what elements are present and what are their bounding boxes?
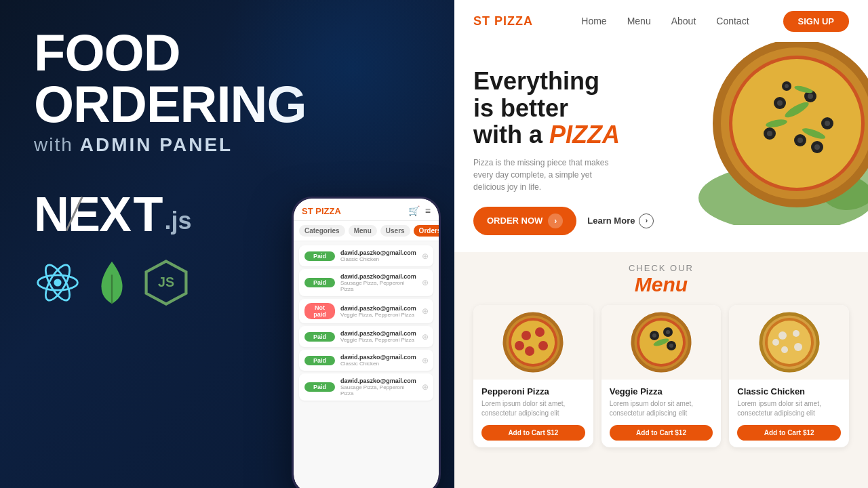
learn-more-button[interactable]: Learn More ›: [587, 214, 654, 228]
hero-title-with-a: with a: [473, 121, 542, 148]
tab-menu[interactable]: Menu: [349, 225, 377, 237]
order-info: dawid.paszko@gmail.com Sausage Pizza, Pe…: [340, 378, 416, 396]
order-info: dawid.paszko@gmail.com Veggie Pizza, Pep…: [340, 305, 416, 318]
mobile-inner: ST PIZZA 🛒 ≡ Categories Menu Users Order…: [294, 199, 439, 488]
add-to-cart-button[interactable]: Add to Cart $12: [481, 425, 585, 441]
order-arrow-icon: ⊕: [422, 332, 429, 342]
mobile-order-item[interactable]: Paid dawid.paszko@gmail.com Veggie Pizza…: [299, 326, 433, 347]
order-status-badge: Not paid: [304, 303, 335, 319]
hero-title-is-better: is better: [473, 94, 568, 122]
hero-text-block: Everything is better with a PIZZA Pizza …: [473, 61, 849, 235]
svg-point-0: [54, 279, 61, 286]
order-arrow-icon: ⊕: [422, 356, 429, 365]
js-suffix: .js: [164, 207, 191, 235]
svg-point-36: [538, 341, 548, 350]
subtitle-row: with ADMIN PANEL: [34, 134, 420, 156]
menu-card: Classic Chicken Lorem ipsum dolor sit am…: [729, 305, 849, 447]
learn-more-label: Learn More: [587, 216, 635, 226]
order-items: Sausage Pizza, Pepperoni Pizza: [340, 280, 416, 292]
hero-title: Everything is better with a PIZZA: [473, 68, 849, 148]
signup-button[interactable]: SIGN UP: [783, 11, 849, 32]
menu-cards-row: Pepperoni Pizza Lorem ipsum dolor sit am…: [473, 305, 849, 447]
mobile-order-item[interactable]: Paid dawid.paszko@gmail.com Classic Chic…: [299, 350, 433, 371]
order-items: Classic Chicken: [340, 361, 416, 367]
svg-point-54: [778, 331, 787, 340]
svg-point-48: [669, 344, 673, 348]
svg-point-34: [521, 331, 531, 340]
react-icon: [34, 259, 81, 306]
order-email: dawid.paszko@gmail.com: [340, 305, 416, 312]
mongodb-icon: [95, 259, 129, 306]
subtitle-with: with: [34, 134, 73, 156]
order-email: dawid.paszko@gmail.com: [340, 354, 416, 361]
order-arrow-icon: ⊕: [422, 382, 429, 392]
svg-point-35: [535, 327, 545, 337]
order-items: Veggie Pizza, Pepperoni Pizza: [340, 337, 416, 343]
mobile-order-item[interactable]: Paid dawid.paszko@gmail.com Sausage Pizz…: [299, 373, 433, 401]
nav-menu[interactable]: Menu: [627, 16, 651, 26]
nav-about[interactable]: About: [671, 16, 696, 26]
order-arrow-icon: ⊕: [422, 251, 429, 261]
mobile-order-item[interactable]: Paid dawid.paszko@gmail.com Classic Chic…: [299, 245, 433, 266]
menu-card: Veggie Pizza Lorem ipsum dolor sit amet,…: [601, 305, 722, 447]
menu-card-desc: Lorem ipsum dolor sit amet, consectetur …: [481, 399, 585, 418]
mobile-header: ST PIZZA 🛒 ≡: [294, 199, 439, 221]
nav-links: Home Menu About Contact SIGN UP: [581, 11, 849, 32]
menu-card-desc: Lorem ipsum dolor sit amet, consectetur …: [610, 399, 713, 418]
mobile-header-icons: 🛒 ≡: [408, 205, 431, 216]
order-arrow-icon: ⊕: [422, 306, 429, 316]
tab-orders[interactable]: Orders: [414, 225, 439, 237]
menu-card: Pepperoni Pizza Lorem ipsum dolor sit am…: [473, 305, 593, 447]
check-our-label: CHECK OUR: [473, 263, 849, 273]
order-email: dawid.paszko@gmail.com: [340, 273, 416, 280]
mobile-order-item[interactable]: Paid dawid.paszko@gmail.com Sausage Pizz…: [299, 269, 433, 296]
mobile-brand: ST PIZZA: [302, 206, 341, 216]
add-to-cart-button[interactable]: Add to Cart $12: [737, 425, 841, 441]
order-info: dawid.paszko@gmail.com Classic Chicken: [340, 354, 416, 367]
order-email: dawid.paszko@gmail.com: [340, 249, 416, 256]
menu-card-image: [729, 305, 849, 380]
left-panel: FOOD ORDERING with ADMIN PANEL NEX T .js: [0, 0, 454, 488]
svg-point-37: [525, 346, 534, 356]
add-to-cart-button[interactable]: Add to Cart $12: [610, 425, 713, 441]
menu-card-desc: Lorem ipsum dolor sit amet, consectetur …: [737, 399, 841, 418]
svg-point-46: [666, 330, 670, 334]
svg-text:JS: JS: [158, 274, 174, 289]
menu-card-body: Classic Chicken Lorem ipsum dolor sit am…: [729, 380, 849, 447]
mobile-order-item[interactable]: Not paid dawid.paszko@gmail.com Veggie P…: [299, 299, 433, 323]
next-t: T: [134, 187, 162, 241]
menu-card-image: [473, 305, 593, 380]
order-now-button[interactable]: ORDER NOW ›: [473, 207, 576, 235]
menu-icon: ≡: [425, 205, 431, 216]
svg-point-38: [515, 341, 524, 350]
mobile-tabs: Categories Menu Users Orders: [294, 221, 439, 241]
hero-title-pizza: PIZZA: [549, 121, 620, 148]
next-logo-container: NEX T: [34, 190, 161, 239]
tab-categories[interactable]: Categories: [299, 225, 345, 237]
main-title-block: FOOD ORDERING with ADMIN PANEL: [34, 27, 420, 156]
nav-contact[interactable]: Contact: [716, 16, 749, 26]
order-info: dawid.paszko@gmail.com Veggie Pizza, Pep…: [340, 330, 416, 343]
hero-title-everything: Everything: [473, 67, 599, 95]
hero-description: Pizza is the missing piece that makes ev…: [473, 157, 623, 193]
svg-point-57: [781, 346, 788, 353]
order-status-badge: Paid: [304, 382, 335, 392]
svg-point-58: [772, 339, 779, 346]
cart-icon: 🛒: [408, 205, 420, 216]
order-items: Sausage Pizza, Pepperoni Pizza: [340, 384, 416, 396]
svg-point-55: [793, 330, 800, 337]
menu-card-title: Pepperoni Pizza: [481, 386, 585, 396]
menu-section: CHECK OUR Menu Pepperoni Pizza Lorem ips…: [454, 252, 868, 488]
menu-word-label: Menu: [473, 273, 849, 296]
next-text: NEX: [34, 187, 130, 241]
order-status-badge: Paid: [304, 251, 335, 261]
title-ordering: ORDERING: [34, 79, 420, 130]
order-arrow-icon: ⊕: [422, 278, 429, 287]
menu-card-image: [601, 305, 722, 380]
tab-users[interactable]: Users: [380, 225, 410, 237]
order-email: dawid.paszko@gmail.com: [340, 378, 416, 384]
website-brand: ST PIZZA: [473, 14, 533, 28]
menu-card-body: Pepperoni Pizza Lorem ipsum dolor sit am…: [473, 380, 593, 447]
order-email: dawid.paszko@gmail.com: [340, 330, 416, 337]
nav-home[interactable]: Home: [581, 16, 606, 26]
